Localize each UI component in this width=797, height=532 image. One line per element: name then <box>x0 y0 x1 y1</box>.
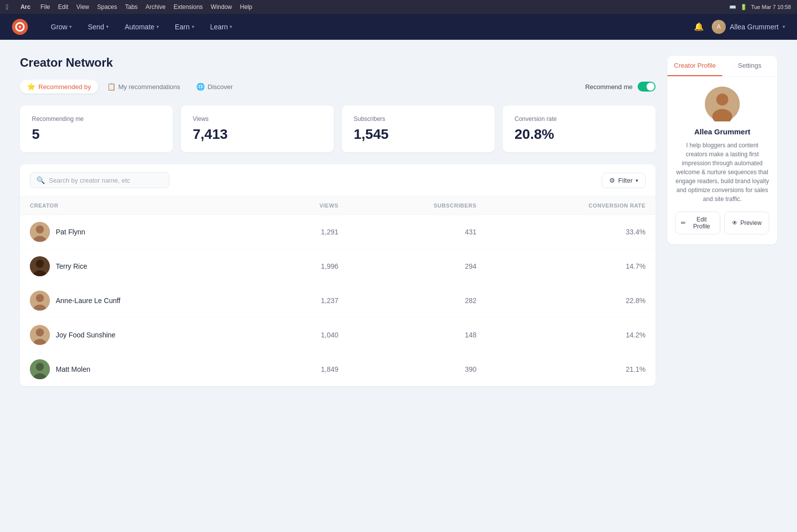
creator-subscribers: 148 <box>348 318 486 352</box>
creator-cell: Pat Flynn <box>30 222 253 242</box>
filter-icon: ⚙ <box>609 177 615 184</box>
tab-my-recommendations[interactable]: 📋 My recommendations <box>100 80 187 94</box>
learn-chevron-icon: ▾ <box>230 24 232 29</box>
tab-recommended-by[interactable]: ⭐ Recommended by <box>20 80 98 94</box>
recommend-toggle[interactable]: Recommend me <box>585 82 656 92</box>
creator-subscribers: 282 <box>348 284 486 318</box>
svg-point-7 <box>36 260 44 268</box>
tab-settings[interactable]: Settings <box>722 56 777 76</box>
search-placeholder: Search by creator name, etc <box>49 177 130 184</box>
nav-item-learn[interactable]: Learn ▾ <box>203 20 240 34</box>
col-header-subscribers: SUBSCRIBERS <box>348 197 486 215</box>
stat-value-0: 5 <box>32 126 161 142</box>
content-left: Creator Network ⭐ Recommended by 📋 My re… <box>20 56 656 516</box>
menu-item-view[interactable]: View <box>76 3 89 10</box>
user-name: Allea Grummert <box>730 23 779 31</box>
app-navbar: Grow ▾ Send ▾ Automate ▾ Earn ▾ Learn ▾ … <box>0 14 797 40</box>
filter-label: Filter <box>618 177 633 184</box>
svg-point-13 <box>36 328 44 336</box>
menu-item-extensions[interactable]: Extensions <box>173 3 203 10</box>
automate-chevron-icon: ▾ <box>156 24 159 29</box>
mac-menubar:  Arc File Edit View Spaces Tabs Archive… <box>0 0 797 14</box>
nav-item-automate[interactable]: Automate ▾ <box>118 20 166 34</box>
nav-item-grow[interactable]: Grow ▾ <box>44 20 79 34</box>
table-toolbar: 🔍 Search by creator name, etc ⚙ Filter ▾ <box>20 164 656 197</box>
tab-discover[interactable]: 🌐 Discover <box>189 80 240 94</box>
creator-views: 1,040 <box>263 318 348 352</box>
creator-name: Joy Food Sunshine <box>56 331 116 339</box>
earn-chevron-icon: ▾ <box>192 24 194 29</box>
sub-nav-tabs: ⭐ Recommended by 📋 My recommendations 🌐 … <box>20 80 240 94</box>
creator-cell: Matt Molen <box>30 359 253 379</box>
creator-subscribers: 294 <box>348 249 486 284</box>
table-row[interactable]: Joy Food Sunshine 1,040 148 14.2% <box>20 318 656 352</box>
menu-item-window[interactable]: Window <box>211 3 232 10</box>
creator-avatar <box>30 291 50 311</box>
menu-item-archive[interactable]: Archive <box>145 3 165 10</box>
stat-label-2: Subscribers <box>354 115 483 122</box>
creator-name: Pat Flynn <box>56 228 85 236</box>
filter-button[interactable]: ⚙ Filter ▾ <box>602 173 646 188</box>
col-header-conversion: CONVERSION RATE <box>487 197 656 215</box>
creator-table-area: 🔍 Search by creator name, etc ⚙ Filter ▾… <box>20 164 656 386</box>
menu-item-edit[interactable]: Edit <box>58 3 68 10</box>
apple-icon:  <box>6 3 8 11</box>
tab-creator-profile[interactable]: Creator Profile <box>667 56 722 76</box>
creator-cell: Joy Food Sunshine <box>30 325 253 345</box>
sub-nav: ⭐ Recommended by 📋 My recommendations 🌐 … <box>20 80 656 94</box>
recommended-by-icon: ⭐ <box>27 83 35 91</box>
creator-views: 1,237 <box>263 284 348 318</box>
stat-card-views: Views 7,413 <box>181 106 334 152</box>
profile-avatar-large <box>705 87 740 121</box>
creator-table: CREATOR VIEWS SUBSCRIBERS CONVERSION RAT… <box>20 197 656 386</box>
recommend-me-toggle[interactable] <box>638 82 656 92</box>
creator-conversion-rate: 33.4% <box>487 215 656 249</box>
creator-subscribers: 431 <box>348 215 486 249</box>
edit-profile-button[interactable]: ✏ Edit Profile <box>675 212 720 234</box>
col-header-creator: CREATOR <box>20 197 263 215</box>
menu-item-file[interactable]: File <box>40 3 50 10</box>
creator-conversion-rate: 22.8% <box>487 284 656 318</box>
svg-point-16 <box>36 363 44 371</box>
creator-cell: Anne-Laure Le Cunff <box>30 291 253 311</box>
profile-actions: ✏ Edit Profile 👁 Preview <box>675 212 769 234</box>
stat-value-2: 1,545 <box>354 126 483 142</box>
menu-item-spaces[interactable]: Spaces <box>97 3 117 10</box>
main-content: Creator Network ⭐ Recommended by 📋 My re… <box>0 40 797 532</box>
table-row[interactable]: Pat Flynn 1,291 431 33.4% <box>20 215 656 249</box>
stat-card-conversion: Conversion rate 20.8% <box>503 106 656 152</box>
stat-card-recommending-me: Recommending me 5 <box>20 106 173 152</box>
creator-name: Terry Rice <box>56 262 87 270</box>
discover-icon: 🌐 <box>196 83 205 91</box>
search-box[interactable]: 🔍 Search by creator name, etc <box>30 172 169 188</box>
user-chevron-icon: ▾ <box>783 24 785 29</box>
stat-label-0: Recommending me <box>32 115 161 122</box>
creator-avatar <box>30 256 50 276</box>
toggle-knob <box>647 83 655 91</box>
notification-bell-icon[interactable]: 🔔 <box>694 22 704 31</box>
svg-point-19 <box>716 94 728 106</box>
preview-icon: 👁 <box>732 219 738 226</box>
send-chevron-icon: ▾ <box>106 24 109 29</box>
stat-card-subscribers: Subscribers 1,545 <box>342 106 495 152</box>
app-logo[interactable] <box>12 19 28 35</box>
right-panel: Creator Profile Settings <box>667 56 777 516</box>
recommend-toggle-label: Recommend me <box>585 83 633 91</box>
svg-point-2 <box>19 26 21 28</box>
user-menu[interactable]: A Allea Grummert ▾ <box>712 20 785 34</box>
table-row[interactable]: Anne-Laure Le Cunff 1,237 282 22.8% <box>20 284 656 318</box>
app-container: Grow ▾ Send ▾ Automate ▾ Earn ▾ Learn ▾ … <box>0 14 797 532</box>
menu-item-tabs[interactable]: Tabs <box>125 3 137 10</box>
profile-card: Creator Profile Settings <box>667 56 777 244</box>
nav-item-earn[interactable]: Earn ▾ <box>168 20 201 34</box>
table-row[interactable]: Terry Rice 1,996 294 14.7% <box>20 249 656 284</box>
svg-point-4 <box>36 225 44 233</box>
stat-label-3: Conversion rate <box>515 115 644 122</box>
nav-right: 🔔 A Allea Grummert ▾ <box>694 20 785 34</box>
menu-item-arc[interactable]: Arc <box>20 3 30 10</box>
nav-item-send[interactable]: Send ▾ <box>81 20 116 34</box>
table-row[interactable]: Matt Molen 1,849 390 21.1% <box>20 352 656 387</box>
menu-item-help[interactable]: Help <box>240 3 253 10</box>
preview-button[interactable]: 👁 Preview <box>724 212 769 234</box>
svg-point-10 <box>36 294 44 302</box>
